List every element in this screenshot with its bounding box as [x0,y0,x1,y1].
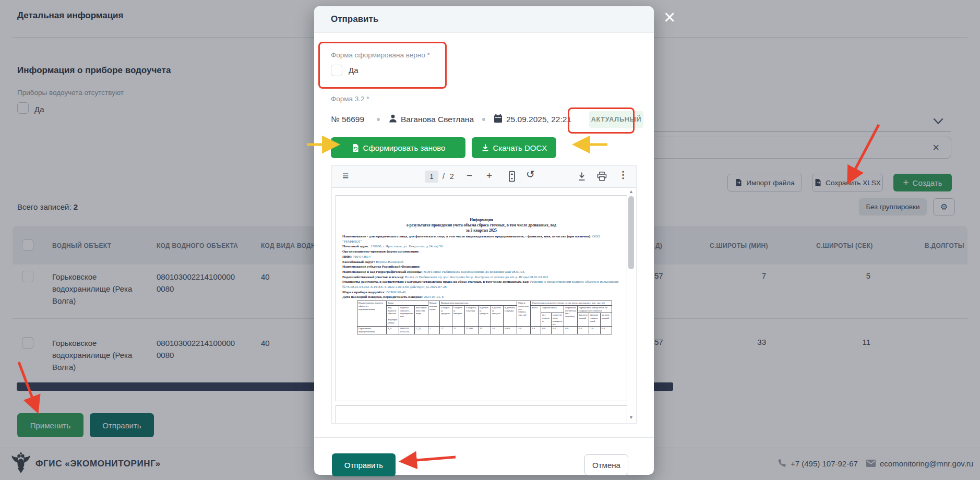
modal-title: Отправить [331,14,378,25]
app-screen: Детальная информация Информация о прибор… [0,0,980,480]
form-label: Форма 3.2 * [331,95,369,103]
pdf-table-cell: 4, 0 [387,327,399,334]
pdf-page-1: Информацияо результатах проведения учета… [336,195,627,401]
doc-line: Дата последней поверки, периодичность по… [342,294,619,299]
modal-footer: Отправить Отмена [314,437,654,475]
fit-page-icon[interactable] [507,171,517,182]
more-options-icon[interactable]: ⋮ [618,170,628,180]
pdf-table-header-cell: в.долготы градусы [479,305,491,327]
pdf-table-header-cell: водного объекта – водоприемника [399,305,415,327]
pdf-data-table: Наименование водного объекта – водоприем… [357,301,612,334]
pdf-table-header-cell: Фактически отведено сточных, в том числе… [531,301,612,306]
dot-separator [377,118,380,121]
form-correct-checkbox-label: Да [349,66,358,75]
form-number: № 56699 [331,115,364,124]
doc-line: Реквизиты документа, в соответствии с ко… [342,279,619,289]
pdf-table-cell: 0.0 [552,327,564,334]
pdf-doc-title: Информацияо результатах проведения учета… [336,218,627,233]
pdf-scrollbar-thumb[interactable] [628,196,634,269]
doc-line: Организационно-правовая форма организаци… [342,249,619,254]
pdf-table-cell: 3.0 [589,327,601,334]
download-docx-button[interactable]: Скачать DOCX [472,137,556,158]
modal-submit-button[interactable]: Отправить [332,453,396,476]
pdf-table-header-cell: загрязненных [541,305,564,313]
pdf-title-lines: Информацияо результатах проведения учета… [336,218,627,233]
doc-line: ИНН: 7604143614 [342,254,619,259]
modal-cancel-button[interactable]: Отмена [584,454,628,475]
pdf-table-body: Наименование водного объекта – водоприем… [357,301,612,334]
doc-line: Водохозяйственный участок и его код: Вол… [342,274,619,280]
pdf-table-cell: 0.0 [541,327,552,334]
zoom-in-icon[interactable]: + [486,171,492,181]
pdf-table-cell: С, Д [415,327,428,334]
pdf-table-header-cell: категории качества воды [415,305,428,327]
pdf-viewer: ≡ 1 / 2 − + ↺ [331,165,637,424]
pdf-table-header-cell: без очистки [541,313,552,327]
pdf-table-header-cell: физико-химической [589,313,601,327]
pdf-table-cell: 44 [491,327,504,334]
pdf-table-header-cell: Наименование водного объекта – водоприем… [357,301,387,327]
download-icon [481,143,489,152]
pdf-table-header-cell: с.широты градусы [440,305,452,327]
pdf-table-cell: 57 [440,327,452,334]
person-icon [388,114,398,123]
pdf-table-header-cell: Коды [387,301,428,306]
doc-line: Почтовый адрес: 150000, г. Ярославль, ул… [342,244,619,249]
page-number-input[interactable]: 1 [425,171,438,183]
pdf-table-cell: 39 [479,327,491,334]
form-author: Ваганова Светлана [401,115,474,124]
page-separator: / [443,172,445,182]
pdf-table-header-cell: нормативно очищенных на сооружениях очис… [578,305,612,313]
page-total: 2 [450,172,454,182]
pdf-title-line: Информация [336,218,627,223]
pdf-table-header-cell: с.широты секунды [465,305,479,327]
pdf-table-cell: 0.0 [564,327,578,334]
pdf-table-cell: 1 [428,327,440,334]
pdf-table-cell: 11.000 [465,327,479,334]
form-datetime: 25.09.2025, 22:21 [506,115,571,124]
close-modal-icon[interactable]: × [664,7,675,27]
sidebar-toggle-icon[interactable]: ≡ [342,171,349,181]
pdf-title-line: о результатах проведения учета объема сб… [336,223,627,228]
pdf-title-line: за 3 квартал 2025 [336,228,627,233]
pdf-table-cell: 33 [452,327,465,334]
regenerate-button[interactable]: Сформировать заново [331,137,465,158]
pdf-table-cell: 0801030 0221410 [399,327,415,334]
doc-line: Наименование субъекта Российской Федерац… [342,264,619,269]
calendar-icon [494,114,503,123]
form-correct-checkbox[interactable] [331,65,342,76]
pdf-table-cell: 0.0 [601,327,612,334]
print-icon[interactable] [597,172,607,181]
dot-separator [482,118,485,121]
download-pdf-icon[interactable] [577,172,587,181]
pdf-table-header-cell: вид водного объекта – водоприемника [387,305,399,327]
scroll-down-icon[interactable]: ▼ [629,415,634,420]
form-correct-label: Форма сформирована верно * [331,51,430,59]
pdf-table-cell: 4.0 [517,327,531,334]
doc-line: Марка прибора водоучёта: ВСКМ 90-40 [342,290,619,295]
pdf-toolbar: ≡ 1 / 2 − + ↺ [332,166,636,188]
pdf-table-cell: Горьковское водохранилище [357,327,387,334]
scroll-up-icon[interactable]: ▲ [629,189,634,194]
doc-line: Наименование - для юридического лица, дл… [342,234,619,244]
zoom-out-icon[interactable]: − [467,171,472,181]
pdf-table-header-cell: биологической [578,313,589,327]
pdf-table-header-cell: в.долготы минуты [491,305,504,327]
modal-header: Отправить [314,6,654,33]
form-meta-row: № 56699 Ваганова Светлана 25.09.2025, 22… [331,111,639,128]
rotate-icon[interactable]: ↺ [526,170,535,179]
pdf-table-header-cell: всего [531,305,541,327]
pdf-table-cell: 3.0 [531,327,541,334]
send-modal: Отправить Форма сформирована верно * Да … [314,6,654,475]
pdf-table-header-cell: Координаты водовыпуска [440,301,517,306]
pdf-table-cell: 0.0 [578,327,589,334]
doc-line: Бассейновый округ: Верхне-Волжский [342,259,619,265]
pdf-table-header-cell: с.широты минуты [452,305,465,327]
file-refresh-icon [351,143,360,152]
pdf-table-header-cell: механической [601,313,612,327]
status-badge: АКТУАЛЬНЫЙ [589,111,643,128]
pdf-table-cell: 4.000 [504,327,517,334]
pdf-table-header-cell: Номер водовыпуска [428,301,440,327]
pdf-page-2 [336,405,627,424]
pdf-table-header-cell: Нормативно чистых (без очистки) [564,305,578,327]
